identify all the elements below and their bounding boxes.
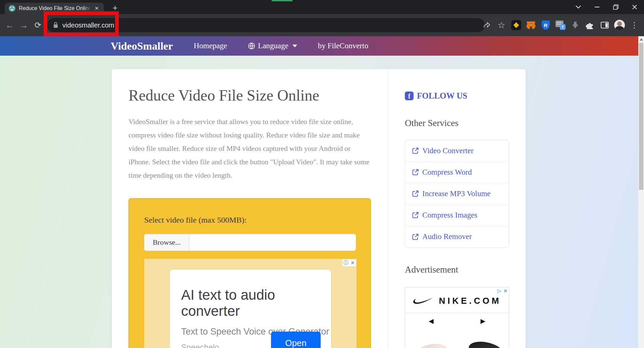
nike-swoosh-icon — [413, 297, 434, 304]
restore-icon[interactable] — [606, 0, 625, 14]
services-list: Video Converter Compress Word Increase M… — [405, 140, 509, 248]
scrollbar-thumb[interactable] — [639, 43, 643, 190]
ad-choices: ⓘ ✕ — [342, 259, 356, 266]
nike-adchoices: ▷ ✕ — [497, 288, 507, 294]
profile-avatar[interactable] — [614, 19, 625, 31]
web-page: VideoSmaller Homepage Language by FileCo… — [0, 36, 638, 348]
ronin-wallet-extension-icon[interactable]: R — [540, 19, 551, 31]
translate-extension-icon[interactable]: T — [555, 19, 566, 31]
screenshot-root: Reduce Video File Size Online, Ma ✕ + — [0, 0, 644, 348]
reload-icon[interactable]: ⟳ — [31, 20, 45, 30]
side-panel-icon[interactable] — [599, 19, 610, 31]
close-window-icon[interactable] — [625, 0, 644, 14]
site-header: VideoSmaller Homepage Language by FileCo… — [0, 36, 638, 56]
service-link-compress-images[interactable]: Compress Images — [405, 205, 509, 226]
nav-homepage[interactable]: Homepage — [194, 42, 227, 50]
scrollbar-up-icon[interactable] — [640, 38, 643, 41]
follow-us-link[interactable]: f FOLLOW US — [405, 91, 509, 101]
tab-search-chevron-icon[interactable] — [569, 0, 588, 14]
minimize-icon[interactable] — [588, 0, 606, 14]
page-scrollbar[interactable] — [638, 36, 644, 348]
page-description: VideoSmaller is a free service that allo… — [128, 115, 373, 182]
page-title: Reduce Video File Size Online — [128, 86, 371, 104]
nike-brand-text: NIKE.COM — [439, 296, 501, 306]
main-column: Reduce Video File Size Online VideoSmall… — [112, 69, 388, 348]
forward-icon[interactable]: → — [17, 20, 31, 31]
browse-button[interactable]: Browse... — [144, 234, 190, 251]
nike-logo-row: NIKE.COM — [405, 289, 509, 313]
tab-title: Reduce Video File Size Online, Ma — [19, 5, 93, 11]
share-icon[interactable] — [481, 19, 492, 31]
external-link-icon — [412, 233, 419, 240]
nike-carousel-arrows: ◀ ▶ — [405, 313, 509, 325]
ad-open-button[interactable]: Open — [271, 332, 321, 348]
file-input[interactable]: Browse... — [144, 234, 356, 251]
recording-indicator — [272, 0, 292, 1]
binance-extension-icon[interactable] — [511, 19, 522, 31]
external-link-icon — [412, 169, 419, 176]
back-icon[interactable]: ← — [3, 20, 17, 31]
external-link-icon — [412, 190, 419, 197]
ad-headline: AI text to audio converter — [181, 287, 331, 319]
sidebar: f FOLLOW US Other Services Video Convert… — [388, 69, 526, 348]
service-link-compress-word[interactable]: Compress Word — [405, 162, 509, 183]
site-favicon — [9, 5, 15, 12]
ad-brand: Speechelo — [181, 343, 219, 348]
metamask-extension-icon[interactable] — [525, 19, 537, 31]
extensions-puzzle-icon[interactable] — [584, 19, 596, 31]
ad-close-icon[interactable]: ✕ — [349, 259, 356, 266]
shoe-image-light — [415, 341, 448, 348]
tab-close-icon[interactable]: ✕ — [95, 5, 99, 11]
downloader-extension-icon[interactable] — [570, 19, 581, 31]
nav-language-dropdown[interactable]: Language — [248, 42, 297, 50]
ad-close-icon[interactable]: ✕ — [503, 288, 507, 294]
nav-by-fileconverto[interactable]: by FileConverto — [318, 42, 368, 50]
external-link-icon — [412, 212, 419, 219]
other-services-title: Other Services — [405, 118, 509, 128]
service-link-audio-remover[interactable]: Audio Remover — [405, 226, 509, 247]
nike-ad[interactable]: ▷ ✕ NIKE.COM ◀ ▶ — [405, 287, 509, 348]
site-logo[interactable]: VideoSmaller — [111, 40, 173, 52]
ad-frame: ⓘ ✕ AI text to audio converter Text to S… — [144, 259, 357, 348]
service-link-increase-mp3-volume[interactable]: Increase MP3 Volume — [405, 183, 509, 205]
service-link-video-converter[interactable]: Video Converter — [405, 140, 509, 162]
toolbar-right-icons: ☆ R T — [481, 14, 640, 36]
language-globe-icon — [248, 42, 255, 50]
upload-panel: Select video file (max 500MB): Browse...… — [128, 198, 371, 348]
carousel-prev-icon[interactable]: ◀ — [429, 317, 434, 325]
ad-card[interactable]: AI text to audio converter Text to Speec… — [170, 270, 331, 348]
adchoices-play-icon[interactable]: ▷ — [497, 288, 501, 294]
site-nav: Homepage Language by FileConverto — [173, 42, 368, 50]
shoe-image-dark — [468, 340, 504, 348]
annotation-highlight-box — [44, 11, 119, 36]
carousel-next-icon[interactable]: ▶ — [480, 317, 485, 325]
window-controls — [569, 0, 644, 14]
content-card: Reduce Video File Size Online VideoSmall… — [112, 69, 526, 348]
external-link-icon — [412, 147, 419, 154]
browser-menu-icon[interactable]: ⋮ — [629, 19, 640, 31]
advertisement-title: Advertisement — [405, 265, 509, 275]
bookmark-star-icon[interactable]: ☆ — [496, 19, 507, 31]
facebook-icon: f — [405, 92, 414, 100]
upload-label: Select video file (max 500MB): — [144, 216, 355, 225]
ad-info-icon[interactable]: ⓘ — [342, 259, 349, 266]
chevron-down-icon — [292, 45, 297, 47]
